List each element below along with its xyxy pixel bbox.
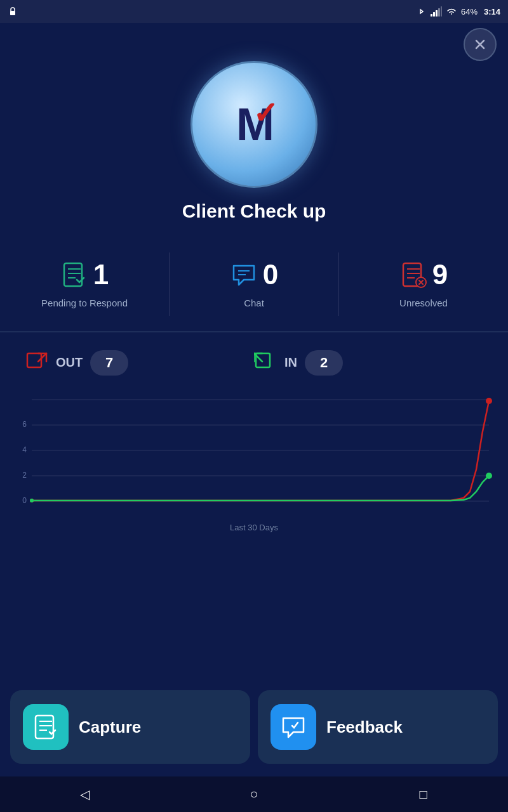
wifi-icon	[446, 6, 457, 16]
in-section: IN 2	[254, 350, 483, 376]
in-count-badge: 2	[305, 350, 343, 376]
stat-pending[interactable]: 1 Pending to Respond	[0, 252, 170, 316]
svg-point-39	[486, 398, 492, 404]
out-count: 7	[105, 355, 113, 371]
pending-label: Pending to Respond	[41, 297, 128, 310]
svg-rect-4	[438, 8, 440, 16]
svg-text:2: 2	[22, 471, 27, 480]
svg-rect-1	[431, 14, 432, 16]
recent-button[interactable]: □	[411, 782, 436, 807]
bluetooth-icon	[417, 6, 427, 16]
recent-icon: □	[420, 787, 427, 802]
feedback-icon	[279, 713, 307, 741]
logo-checkmark: ✓	[253, 95, 278, 131]
out-section: OUT 7	[25, 350, 254, 376]
lock-icon	[8, 6, 18, 16]
unresolved-icon	[399, 261, 427, 289]
out-count-badge: 7	[90, 350, 128, 376]
chat-label: Chat	[244, 297, 264, 310]
stat-unresolved-top: 9	[399, 259, 448, 291]
unresolved-count: 9	[432, 259, 448, 291]
stats-row: 1 Pending to Respond 0 Chat	[0, 237, 508, 331]
home-icon: ○	[250, 786, 258, 802]
status-bar-right: 64% 3:14	[417, 6, 500, 16]
svg-point-40	[30, 499, 34, 502]
back-button[interactable]: ◁	[72, 782, 97, 807]
chart-area: 0 2 4 6 Last 30 Days	[0, 393, 508, 539]
svg-line-24	[38, 353, 46, 362]
svg-text:4: 4	[22, 445, 27, 454]
svg-rect-25	[256, 353, 270, 367]
in-count: 2	[320, 355, 328, 371]
out-label: OUT	[56, 355, 83, 370]
close-button[interactable]	[464, 28, 497, 61]
bottom-section: Capture Feedback	[0, 680, 508, 774]
svg-rect-3	[436, 10, 438, 16]
capture-label: Capture	[79, 717, 141, 737]
back-icon: ◁	[80, 787, 90, 802]
feedback-label: Feedback	[326, 717, 403, 737]
feedback-icon-bg	[271, 704, 316, 750]
status-bar-left	[8, 6, 18, 16]
pending-icon	[60, 261, 88, 289]
stat-unresolved[interactable]: 9 Unresolved	[339, 252, 508, 316]
unresolved-label: Unresolved	[399, 297, 448, 310]
in-icon	[254, 351, 277, 374]
home-button[interactable]: ○	[241, 782, 267, 807]
logo-circle: M ✓	[190, 61, 318, 188]
svg-rect-2	[433, 12, 435, 16]
chat-icon	[230, 261, 258, 289]
pending-count: 1	[93, 259, 109, 291]
chat-count: 0	[263, 259, 278, 291]
logo-area: M ✓ Client Check up	[0, 23, 508, 237]
chart-svg: 0 2 4 6	[13, 393, 495, 520]
stat-pending-top: 1	[60, 259, 109, 291]
stat-chat-top: 0	[230, 259, 278, 291]
svg-text:6: 6	[22, 420, 27, 429]
svg-point-41	[486, 473, 492, 479]
svg-rect-5	[441, 6, 442, 16]
capture-icon	[32, 713, 60, 741]
close-icon	[472, 37, 488, 52]
in-label: IN	[284, 355, 297, 370]
capture-card[interactable]: Capture	[10, 690, 250, 764]
svg-rect-0	[10, 11, 15, 15]
out-icon	[25, 351, 48, 374]
chart-container: 0 2 4 6	[13, 393, 495, 520]
signal-icon	[431, 6, 442, 16]
time-display: 3:14	[484, 7, 500, 16]
stat-chat[interactable]: 0 Chat	[170, 252, 339, 316]
svg-rect-42	[36, 716, 53, 738]
out-in-row: OUT 7 IN 2	[0, 332, 508, 393]
svg-text:0: 0	[22, 496, 27, 505]
chart-label: Last 30 Days	[13, 523, 495, 532]
app-title: Client Check up	[182, 200, 326, 222]
system-bar: ◁ ○ □	[0, 776, 508, 812]
feedback-card[interactable]: Feedback	[258, 690, 498, 764]
logo-inner: M ✓	[236, 102, 272, 147]
battery-level: 64%	[461, 7, 478, 16]
status-bar: 64% 3:14	[0, 0, 508, 23]
capture-icon-bg	[23, 704, 69, 750]
